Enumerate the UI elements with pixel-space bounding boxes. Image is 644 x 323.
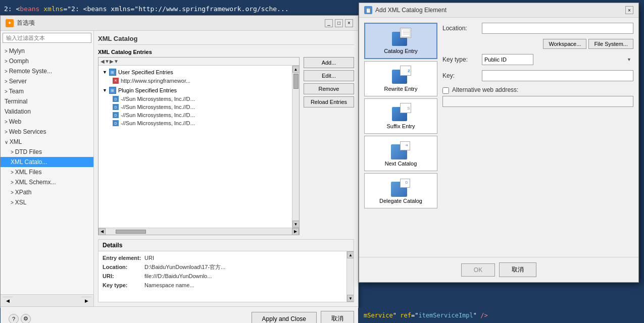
plugin-entry-3[interactable]: D -//Sun Microsystems, Inc.//D...: [111, 111, 290, 119]
details-content: Entry element: URI Location: D:\BaiduYun…: [98, 251, 354, 302]
key-type-select-wrapper: Public ID System ID URI Namespace Name: [482, 54, 633, 65]
settings-button[interactable]: ⚙: [21, 314, 31, 324]
scroll-down[interactable]: ▼: [292, 221, 300, 228]
details-scroll-up[interactable]: ▲: [347, 251, 354, 258]
sidebar-item-dtd-files[interactable]: DTD Files: [1, 147, 93, 157]
plugin-entry-2[interactable]: D -//Sun Microsystems, Inc.//D...: [111, 103, 290, 111]
location-input[interactable]: [482, 23, 633, 34]
plugin-specified-icon: ⊞: [109, 87, 116, 94]
entries-scrollbar: ▲ ▼: [292, 66, 299, 228]
sidebar-item-validation[interactable]: Validation: [1, 106, 93, 117]
details-title: Details: [98, 240, 354, 251]
horiz-scrollbar: ◀ ▶: [98, 228, 299, 235]
details-text: Entry element: URI Location: D:\BaiduYun…: [98, 251, 346, 302]
sidebar-item-xml-schema[interactable]: XML Schemx...: [1, 177, 93, 187]
sidebar-item-xml-catalog[interactable]: XML Catalo...: [1, 157, 93, 167]
plugin-specified-header[interactable]: ▼ ⊞ Plugin Specified Entries: [101, 86, 290, 95]
edit-button[interactable]: Edit...: [304, 70, 354, 81]
dialog-cancel-button[interactable]: 取消: [499, 262, 536, 277]
plugin-specified-group: ▼ ⊞ Plugin Specified Entries D -//Sun Mi…: [101, 86, 290, 127]
minimize-button[interactable]: _: [325, 19, 333, 27]
horiz-scroll-right[interactable]: ▶: [292, 228, 299, 235]
sidebar-item-web-services[interactable]: Web Services: [1, 127, 93, 137]
details-scroll-down[interactable]: ▼: [347, 295, 354, 302]
sidebar-item-mylyn[interactable]: Mylyn: [1, 46, 93, 56]
filter-input[interactable]: [3, 33, 91, 43]
cancel-button[interactable]: 取消: [321, 311, 354, 323]
sidebar-scroll-right[interactable]: ▶: [81, 297, 91, 304]
dialog-close-button[interactable]: ×: [625, 6, 633, 14]
user-specified-group: ▼ ⊞ User Specified Entries ✕ http://www.…: [101, 68, 290, 85]
rewrite-entry-icon: 2: [391, 66, 411, 84]
key-type-select[interactable]: Public ID System ID URI Namespace Name: [482, 54, 533, 65]
scroll-track: [293, 73, 299, 221]
detail-uri: URI: file:///D:/BaiduYunDownlo...: [103, 272, 342, 281]
close-button[interactable]: ×: [345, 19, 353, 27]
rewrite-entry-type[interactable]: 2 Rewrite Entry: [364, 61, 437, 96]
add-button[interactable]: Add...: [304, 57, 354, 68]
xml-catalog-dialog: 📋 Add XML Catalog Element ×: [359, 3, 639, 283]
maximize-button[interactable]: □: [335, 19, 343, 27]
main-content: XML Catalog XML Catalog Entries ◀ ▼ ▶ ▼: [94, 31, 358, 306]
user-specified-children: ✕ http://www.springframewor...: [101, 77, 290, 85]
reload-button[interactable]: Reload Entries: [304, 96, 354, 107]
apply-close-button[interactable]: Apply and Close: [252, 312, 317, 324]
sidebar-item-oomph[interactable]: Oomph: [1, 56, 93, 66]
delegate-catalog-label: Delegate Catalog: [379, 198, 422, 204]
sidebar-item-xsl[interactable]: XSL: [1, 197, 93, 207]
key-type-row: Key type: Public ID System ID URI Namesp…: [442, 54, 633, 65]
entries-nav-dropdown2[interactable]: ▼: [114, 59, 119, 64]
sidebar-item-xml-files[interactable]: XML Files: [1, 167, 93, 177]
detail-key-type: Key type: Namespace name...: [103, 281, 342, 290]
sidebar-scroll-left[interactable]: ◀: [3, 297, 13, 304]
help-icons: ? ⚙: [9, 314, 31, 324]
suffix-entry-type[interactable]: S Suffix Entry: [364, 98, 437, 134]
ok-button[interactable]: OK: [461, 263, 495, 277]
entries-nav-back[interactable]: ◀: [101, 59, 105, 64]
plugin-entry-1[interactable]: D -//Sun Microsystems, Inc.//D...: [111, 95, 290, 103]
doc-icon-2: D: [113, 104, 119, 110]
entries-nav-dropdown[interactable]: ▼: [105, 59, 110, 64]
sidebar-item-terminal[interactable]: Terminal: [1, 96, 93, 106]
entries-nav-forward[interactable]: ▶: [110, 59, 114, 64]
next-catalog-type[interactable]: ➜ Next Catalog: [364, 136, 437, 171]
sidebar-item-xpath[interactable]: XPath: [1, 187, 93, 197]
user-specified-header[interactable]: ▼ ⊞ User Specified Entries: [101, 68, 290, 77]
delegate-catalog-type[interactable]: D Delegate Catalog: [364, 173, 437, 208]
alt-web-label: Alternative web address:: [452, 86, 518, 93]
suffix-entry-label: Suffix Entry: [386, 123, 415, 129]
key-input[interactable]: [482, 70, 633, 81]
rewrite-entry-label: Rewrite Entry: [384, 86, 417, 92]
location-label: Location:: [442, 25, 478, 32]
prefs-titlebar: ✦ 首选项 _ □ ×: [1, 16, 358, 31]
file-system-button[interactable]: File System...: [588, 39, 633, 49]
alt-web-checkbox[interactable]: [442, 87, 449, 94]
scroll-up[interactable]: ▲: [292, 66, 300, 73]
dialog-icon: 📋: [364, 6, 372, 14]
user-specified-icon: ⊞: [109, 69, 116, 76]
sidebar-item-remote[interactable]: Remote Syste...: [1, 66, 93, 76]
help-button[interactable]: ?: [9, 314, 19, 324]
entry-child-url[interactable]: ✕ http://www.springframewor...: [111, 77, 290, 85]
plugin-entry-1-text: -//Sun Microsystems, Inc.//D...: [121, 96, 195, 102]
preferences-window: ✦ 首选项 _ □ × Mylyn Oomph Remote Syste... …: [0, 15, 359, 308]
details-scroll-track: [347, 258, 354, 295]
sidebar: Mylyn Oomph Remote Syste... Server Team …: [1, 31, 94, 306]
catalog-entry-icon: [391, 28, 411, 46]
workspace-button[interactable]: Workspace...: [543, 39, 586, 49]
scroll-thumb: [293, 74, 299, 89]
remove-button[interactable]: Remove: [304, 83, 354, 94]
entry-url-text: http://www.springframewor...: [121, 78, 190, 84]
horiz-scroll-left[interactable]: ◀: [98, 228, 106, 235]
sidebar-item-server[interactable]: Server: [1, 76, 93, 86]
plugin-specified-label: Plugin Specified Entries: [118, 87, 177, 93]
catalog-entry-type[interactable]: Catalog Entry: [364, 23, 437, 59]
key-label: Key:: [442, 72, 478, 79]
sidebar-item-xml[interactable]: XML: [1, 137, 93, 147]
alt-web-input[interactable]: [442, 96, 633, 107]
plugin-entry-2-text: -//Sun Microsystems, Inc.//D...: [121, 104, 195, 110]
window-controls: _ □ ×: [325, 19, 353, 27]
sidebar-item-team[interactable]: Team: [1, 86, 93, 96]
plugin-entry-4[interactable]: D -//Sun Microsystems, Inc.//D...: [111, 119, 290, 127]
sidebar-item-web[interactable]: Web: [1, 117, 93, 127]
